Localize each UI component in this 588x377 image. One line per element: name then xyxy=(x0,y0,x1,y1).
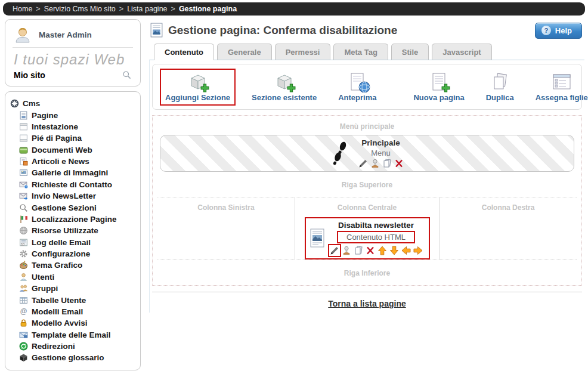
user-icon xyxy=(19,273,28,282)
sidebar-item-label: Pagine xyxy=(32,111,58,120)
main-menu-block: Principale Menu xyxy=(160,135,574,172)
mail-template-icon xyxy=(19,330,28,339)
sidebar-item-label: Gestione Sezioni xyxy=(32,203,97,212)
sidebar-item-pagine[interactable]: Pagine xyxy=(19,109,135,120)
sidebar-item-label: Tabelle Utente xyxy=(32,296,86,305)
toolbar-button-duplica[interactable]: Duplica xyxy=(481,69,519,106)
approve-stamp-icon[interactable] xyxy=(342,246,351,255)
sidebar-menu: Cms Pagine Intestazione Pié di Pagina Do… xyxy=(5,91,141,370)
sidebar-item-redirezioni[interactable]: Redirezioni xyxy=(19,341,135,352)
tab-javascript[interactable]: Javascript xyxy=(432,44,491,60)
sidebar-item-label: Template delle Email xyxy=(32,330,111,339)
sidebar-item-gallerie-immagini[interactable]: Gallerie di Immagini xyxy=(19,167,135,178)
header-block-icon xyxy=(19,122,28,131)
user-card: Master Admin I tuoi spazi Web Mio sito xyxy=(5,19,141,86)
left-column-label: Colonna Sinistra xyxy=(157,203,295,212)
page-title-icon xyxy=(150,23,163,38)
tab-meta-tag[interactable]: Meta Tag xyxy=(333,44,388,60)
cms-sphere-icon xyxy=(10,99,19,108)
breadcrumb-home[interactable]: Home xyxy=(13,5,32,13)
sidebar-item-label: Localizzazione Pagine xyxy=(32,215,117,224)
sidebar-item-modello-avvisi[interactable]: Modello Avvisi xyxy=(19,317,135,329)
delete-x-icon[interactable] xyxy=(394,159,404,168)
sidebar-item-label: Intestazione xyxy=(32,122,78,131)
sidebar-item-utenti[interactable]: Utenti xyxy=(19,271,135,283)
section-title: Disabilta newsletter xyxy=(330,221,423,230)
flag-icon xyxy=(19,215,28,224)
user-name: Master Admin xyxy=(39,30,92,39)
sidebar-item-pie-di-pagina[interactable]: Pié di Pagina xyxy=(19,132,135,144)
toolbar-button-assegna-figlie[interactable]: Assegna figlie xyxy=(530,69,588,106)
sidebar-item-tema-grafico[interactable]: Tema Grafico xyxy=(19,259,135,271)
toolbar-button-label: Sezione esistente xyxy=(252,93,317,102)
toolbar-button-label: Aggiungi Sezione xyxy=(165,93,230,102)
edit-pencil-icon[interactable] xyxy=(358,159,368,168)
sidebar-item-modelli-email[interactable]: Modelli Email xyxy=(19,306,135,317)
tab-generale[interactable]: Generale xyxy=(217,44,272,60)
sidebar-item-label: Gallerie di Immagini xyxy=(32,168,108,177)
sidebar: Master Admin I tuoi spazi Web Mio sito C… xyxy=(5,19,141,370)
approve-stamp-icon[interactable] xyxy=(370,159,380,168)
move-left-arrow-icon[interactable] xyxy=(401,246,411,255)
sidebar-item-label: Utenti xyxy=(32,273,54,282)
left-column-zone: Colonna Sinistra xyxy=(157,197,295,259)
copy-icon[interactable] xyxy=(382,159,392,168)
sidebar-item-label: Richieste di Contatto xyxy=(32,180,112,189)
palette-icon xyxy=(19,261,28,270)
sidebar-item-template-email[interactable]: Template delle Email xyxy=(19,329,135,341)
cube-add-icon xyxy=(188,72,208,91)
site-name[interactable]: Mio sito xyxy=(14,70,45,80)
toolbar-button-label: Anteprima xyxy=(338,93,376,102)
sidebar-item-label: Cms xyxy=(23,99,40,108)
sidebar-item-articoli-news[interactable]: Articoli e News xyxy=(19,156,135,167)
toolbar-button-nuova-pagina[interactable]: Nuova pagina xyxy=(408,69,469,106)
main-panel: Gestione pagina: Conferma disabilitazion… xyxy=(149,19,584,313)
toolbar-button-aggiungi-sezione[interactable]: Aggiungi Sezione xyxy=(160,69,236,106)
lock-icon xyxy=(19,319,28,327)
sidebar-item-gestione-glossario[interactable]: Gestione glossario xyxy=(19,352,135,363)
toolbar-button-sezione-esistente[interactable]: Sezione esistente xyxy=(246,69,322,106)
move-up-arrow-icon[interactable] xyxy=(377,246,387,255)
edit-pencil-icon[interactable] xyxy=(330,246,339,255)
sidebar-item-intestazione[interactable]: Intestazione xyxy=(19,121,135,132)
toolbar-button-label: Nuova pagina xyxy=(413,93,464,102)
sidebar-item-label: Articoli e News xyxy=(32,157,89,166)
bottom-row-label: Riga Inferiore xyxy=(344,269,390,277)
sidebar-item-invio-newsletter[interactable]: Invio NewsLetter xyxy=(19,190,135,202)
tab-permessi[interactable]: Permessi xyxy=(275,44,331,60)
tab-contenuto[interactable]: Contenuto xyxy=(154,44,214,60)
sidebar-item-label: Tema Grafico xyxy=(32,261,82,270)
sidebar-item-cms[interactable]: Cms xyxy=(10,98,135,109)
back-to-page-list-link[interactable]: Torna a lista pagine xyxy=(328,299,406,308)
move-down-arrow-icon[interactable] xyxy=(389,246,399,255)
pages-copy-icon xyxy=(490,72,509,91)
top-row-label: Riga Superiore xyxy=(342,181,392,189)
contact-mail-icon xyxy=(19,180,28,189)
tab-bar: Contenuto Generale Permessi Meta Tag Sti… xyxy=(149,44,584,60)
green-folder-icon xyxy=(19,146,28,154)
copy-icon[interactable] xyxy=(354,246,363,255)
breadcrumb-lista-pagine[interactable]: Lista pagine xyxy=(127,5,167,13)
sidebar-item-localizzazione-pagine[interactable]: Localizzazione Pagine xyxy=(19,214,135,225)
dark-cube-icon xyxy=(19,353,28,362)
sidebar-item-label: Configurazione xyxy=(32,249,90,258)
move-right-arrow-icon[interactable] xyxy=(413,246,423,255)
sidebar-item-documenti-web[interactable]: Documenti Web xyxy=(19,144,135,156)
breadcrumb-servizio-cms[interactable]: Servizio Cms Mio sito xyxy=(44,5,116,13)
breadcrumb-current-page: Gestione pagina xyxy=(179,5,237,13)
delete-x-icon[interactable] xyxy=(366,246,375,255)
sidebar-item-tabelle-utente[interactable]: Tabelle Utente xyxy=(19,294,135,305)
tab-stile[interactable]: Stile xyxy=(391,44,429,60)
sidebar-item-label: Redirezioni xyxy=(32,342,75,351)
sidebar-item-configurazione[interactable]: Configurazione xyxy=(19,248,135,259)
sidebar-item-gestione-sezioni[interactable]: Gestione Sezioni xyxy=(19,202,135,213)
search-icon[interactable] xyxy=(122,70,132,80)
sidebar-item-gruppi[interactable]: Gruppi xyxy=(19,283,135,294)
breadcrumb-separator: > xyxy=(171,5,175,13)
sidebar-item-risorse-utilizzate[interactable]: Risorse Utilizzate xyxy=(19,225,135,236)
sidebar-item-richieste-contatto[interactable]: Richieste di Contatto xyxy=(19,179,135,190)
mail-log-icon xyxy=(19,238,28,247)
help-button[interactable]: ? Help xyxy=(535,23,582,39)
sidebar-item-log-email[interactable]: Log delle Email xyxy=(19,237,135,248)
toolbar-button-anteprima[interactable]: Anteprima xyxy=(333,69,382,106)
